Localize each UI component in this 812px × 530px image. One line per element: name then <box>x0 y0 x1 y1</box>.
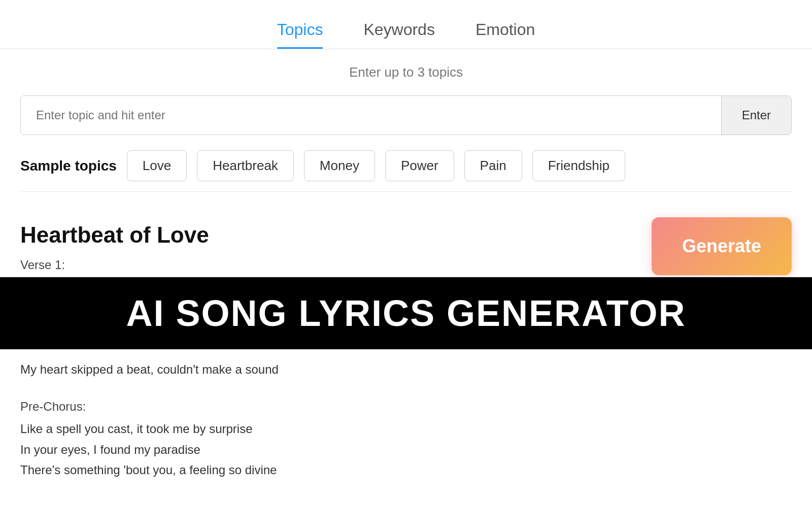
prechorus-label: Pre-Chorus: <box>20 400 792 414</box>
topic-chip-power[interactable]: Power <box>385 150 454 181</box>
lyric-prechorus-3: There's something 'bout you, a feeling s… <box>20 460 792 481</box>
topic-chip-friendship[interactable]: Friendship <box>532 150 625 181</box>
lyric-line-1: My heart skipped a beat, couldn't make a… <box>20 359 792 380</box>
enter-button[interactable]: Enter <box>721 96 791 135</box>
topic-chip-pain[interactable]: Pain <box>464 150 522 181</box>
tabs-container: Topics Keywords Emotion <box>0 0 812 49</box>
topic-input[interactable] <box>21 96 721 135</box>
tab-keywords[interactable]: Keywords <box>363 20 435 49</box>
sample-topics-label: Sample topics <box>20 158 117 174</box>
lower-lyrics: My heart skipped a beat, couldn't make a… <box>20 349 792 481</box>
tab-emotion[interactable]: Emotion <box>476 20 535 49</box>
page-container: Topics Keywords Emotion Enter up to 3 to… <box>0 0 812 530</box>
input-container: Enter <box>20 95 792 135</box>
generate-button[interactable]: Generate <box>652 217 792 275</box>
content-area: Generate Heartbeat of Love Verse 1: <box>20 207 792 272</box>
lyric-prechorus-1: Like a spell you cast, it took me by sur… <box>20 419 792 440</box>
topic-chip-heartbreak[interactable]: Heartbreak <box>197 150 294 181</box>
topic-chip-money[interactable]: Money <box>304 150 375 181</box>
sample-topics-row: Sample topics Love Heartbreak Money Powe… <box>20 150 792 192</box>
topic-chip-love[interactable]: Love <box>127 150 187 181</box>
banner-text: AI SONG LYRICS GENERATOR <box>30 292 782 334</box>
tab-topics[interactable]: Topics <box>277 20 323 49</box>
black-banner: AI SONG LYRICS GENERATOR <box>0 277 812 349</box>
lyric-prechorus-2: In your eyes, I found my paradise <box>20 440 792 460</box>
subtitle-text: Enter up to 3 topics <box>0 49 812 90</box>
